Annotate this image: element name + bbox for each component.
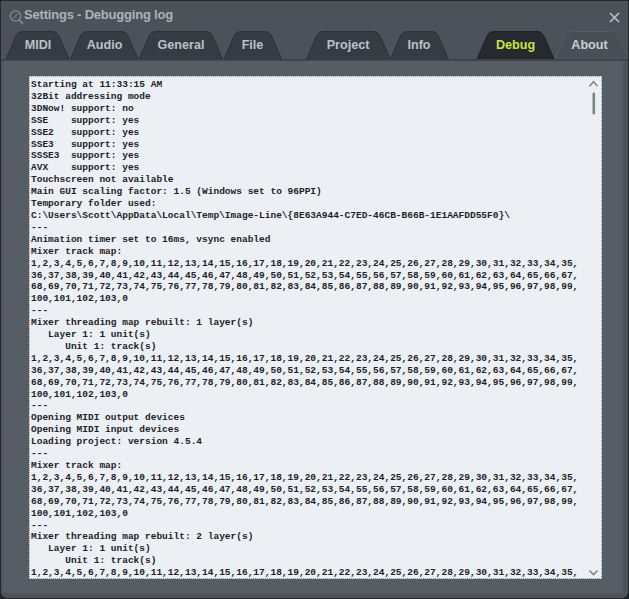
- svg-text:Debug: Debug: [496, 38, 535, 52]
- svg-text:Project: Project: [327, 38, 371, 52]
- svg-text:Audio: Audio: [87, 38, 123, 52]
- svg-text:About: About: [571, 38, 608, 52]
- svg-text:General: General: [158, 38, 205, 52]
- svg-text:File: File: [242, 38, 264, 52]
- svg-text:MIDI: MIDI: [25, 38, 52, 52]
- svg-text:Info: Info: [407, 38, 430, 52]
